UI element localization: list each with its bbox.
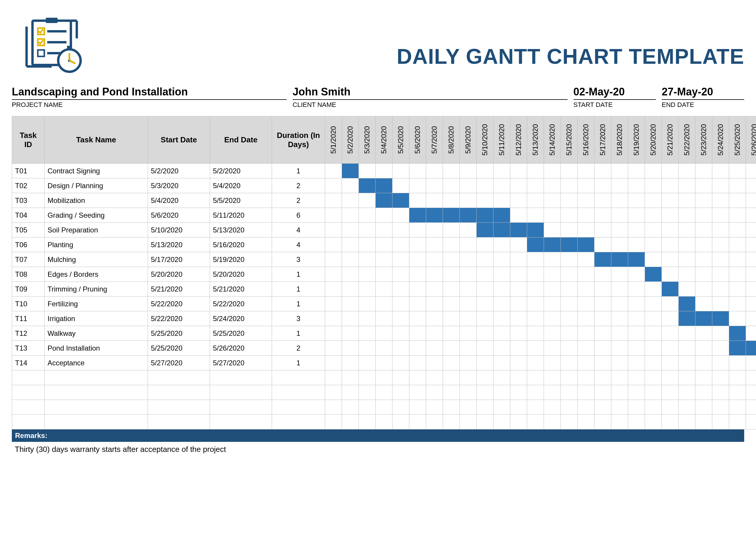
start-date-value[interactable]: 02-May-20 <box>574 86 656 100</box>
gantt-table[interactable]: Task ID Task Name Start Date End Date Du… <box>12 116 756 429</box>
empty-cell[interactable] <box>544 415 561 429</box>
gantt-cell[interactable] <box>342 178 359 193</box>
gantt-cell[interactable] <box>578 208 594 223</box>
gantt-cell[interactable] <box>409 237 426 252</box>
empty-cell[interactable] <box>12 385 44 400</box>
gantt-cell[interactable] <box>662 326 679 341</box>
gantt-cell[interactable] <box>544 193 561 208</box>
gantt-cell[interactable] <box>729 356 746 370</box>
gantt-cell[interactable] <box>426 223 443 237</box>
gantt-cell[interactable] <box>695 178 712 193</box>
gantt-cell[interactable] <box>359 193 376 208</box>
empty-cell[interactable] <box>729 370 746 385</box>
empty-cell[interactable] <box>527 370 544 385</box>
gantt-cell[interactable] <box>662 252 679 267</box>
gantt-cell[interactable] <box>746 193 756 208</box>
gantt-cell[interactable] <box>544 223 561 237</box>
gantt-cell[interactable] <box>729 341 746 356</box>
gantt-cell[interactable] <box>494 208 510 223</box>
empty-cell[interactable] <box>325 400 342 415</box>
empty-cell[interactable] <box>544 370 561 385</box>
gantt-cell[interactable] <box>392 326 409 341</box>
gantt-cell[interactable] <box>544 208 561 223</box>
empty-cell[interactable] <box>44 415 148 429</box>
cell-duration[interactable]: 1 <box>272 164 325 178</box>
gantt-cell[interactable] <box>325 311 342 326</box>
gantt-cell[interactable] <box>544 282 561 297</box>
empty-cell[interactable] <box>148 415 210 429</box>
empty-cell[interactable] <box>359 370 376 385</box>
empty-cell[interactable] <box>729 415 746 429</box>
empty-cell[interactable] <box>578 400 594 415</box>
gantt-cell[interactable] <box>477 237 494 252</box>
gantt-cell[interactable] <box>662 311 679 326</box>
gantt-cell[interactable] <box>695 267 712 282</box>
gantt-cell[interactable] <box>510 208 527 223</box>
gantt-cell[interactable] <box>510 341 527 356</box>
gantt-cell[interactable] <box>679 208 695 223</box>
gantt-cell[interactable] <box>460 252 477 267</box>
gantt-cell[interactable] <box>510 311 527 326</box>
gantt-cell[interactable] <box>645 282 662 297</box>
gantt-cell[interactable] <box>746 178 756 193</box>
gantt-cell[interactable] <box>679 164 695 178</box>
empty-cell[interactable] <box>392 370 409 385</box>
empty-cell[interactable] <box>712 415 729 429</box>
cell-end-date[interactable]: 5/21/2020 <box>210 282 272 297</box>
gantt-cell[interactable] <box>662 193 679 208</box>
empty-cell[interactable] <box>695 385 712 400</box>
empty-cell[interactable] <box>392 415 409 429</box>
cell-duration[interactable]: 6 <box>272 208 325 223</box>
gantt-cell[interactable] <box>443 252 460 267</box>
gantt-cell[interactable] <box>611 193 628 208</box>
empty-cell[interactable] <box>12 415 44 429</box>
gantt-cell[interactable] <box>359 356 376 370</box>
gantt-cell[interactable] <box>611 178 628 193</box>
gantt-cell[interactable] <box>359 282 376 297</box>
gantt-cell[interactable] <box>561 178 578 193</box>
gantt-cell[interactable] <box>561 252 578 267</box>
empty-cell[interactable] <box>645 400 662 415</box>
empty-cell[interactable] <box>210 400 272 415</box>
gantt-cell[interactable] <box>443 237 460 252</box>
gantt-cell[interactable] <box>578 356 594 370</box>
gantt-cell[interactable] <box>460 341 477 356</box>
gantt-cell[interactable] <box>679 326 695 341</box>
gantt-cell[interactable] <box>712 223 729 237</box>
gantt-cell[interactable] <box>376 237 392 252</box>
gantt-cell[interactable] <box>443 267 460 282</box>
empty-cell[interactable] <box>494 370 510 385</box>
gantt-cell[interactable] <box>477 297 494 311</box>
gantt-cell[interactable] <box>359 326 376 341</box>
empty-cell[interactable] <box>477 400 494 415</box>
gantt-cell[interactable] <box>712 267 729 282</box>
gantt-cell[interactable] <box>460 164 477 178</box>
gantt-cell[interactable] <box>359 208 376 223</box>
empty-cell[interactable] <box>729 400 746 415</box>
gantt-cell[interactable] <box>527 297 544 311</box>
gantt-cell[interactable] <box>477 252 494 267</box>
empty-cell[interactable] <box>460 370 477 385</box>
gantt-cell[interactable] <box>494 356 510 370</box>
table-row[interactable]: T14Acceptance5/27/20205/27/20201 <box>12 356 756 370</box>
gantt-cell[interactable] <box>443 178 460 193</box>
cell-task-id[interactable]: T14 <box>12 356 44 370</box>
cell-task-name[interactable]: Pond Installation <box>44 341 148 356</box>
gantt-cell[interactable] <box>561 193 578 208</box>
table-row[interactable]: T06Planting5/13/20205/16/20204 <box>12 237 756 252</box>
empty-cell[interactable] <box>272 385 325 400</box>
gantt-cell[interactable] <box>611 297 628 311</box>
gantt-cell[interactable] <box>628 311 645 326</box>
gantt-cell[interactable] <box>679 223 695 237</box>
empty-cell[interactable] <box>679 385 695 400</box>
table-row[interactable]: T05Soil Preparation5/10/20205/13/20204 <box>12 223 756 237</box>
gantt-cell[interactable] <box>628 178 645 193</box>
gantt-cell[interactable] <box>679 341 695 356</box>
gantt-cell[interactable] <box>325 193 342 208</box>
gantt-cell[interactable] <box>443 223 460 237</box>
gantt-cell[interactable] <box>409 356 426 370</box>
gantt-cell[interactable] <box>578 267 594 282</box>
gantt-cell[interactable] <box>679 193 695 208</box>
cell-task-name[interactable]: Irrigation <box>44 311 148 326</box>
gantt-cell[interactable] <box>645 208 662 223</box>
